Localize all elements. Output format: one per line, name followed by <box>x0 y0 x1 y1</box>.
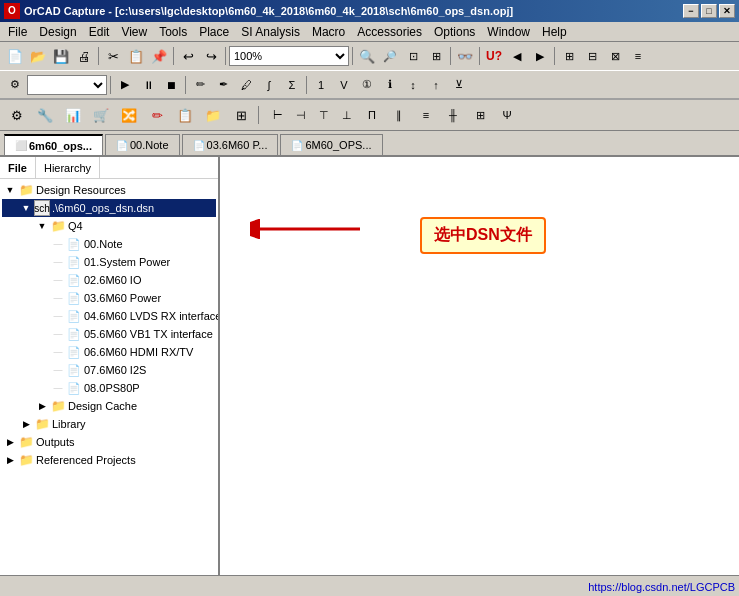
tab-power[interactable]: 📄 03.6M60 P... <box>182 134 279 155</box>
tree-q4[interactable]: ▼ 📁 Q4 <box>2 217 216 235</box>
tree-00note[interactable]: — 📄 00.Note <box>2 235 216 253</box>
expand-referenced[interactable]: ▶ <box>2 452 18 468</box>
right-btn8[interactable]: ╫ <box>440 102 466 128</box>
save-button[interactable]: 💾 <box>50 45 72 67</box>
tb2-btn4[interactable]: ⏹ <box>160 74 182 96</box>
right-btn10[interactable]: Ψ <box>494 102 520 128</box>
expand-q4[interactable]: ▼ <box>34 218 50 234</box>
right-btn9[interactable]: ⊞ <box>467 102 493 128</box>
menu-window[interactable]: Window <box>481 23 536 41</box>
pm-tab-hierarchy[interactable]: Hierarchy <box>36 157 100 178</box>
redo-button[interactable]: ↪ <box>200 45 222 67</box>
tab-note[interactable]: 📄 00.Note <box>105 134 180 155</box>
maximize-button[interactable]: □ <box>701 4 717 18</box>
paste-button[interactable]: 📌 <box>148 45 170 67</box>
tb2-btn8[interactable]: ∫ <box>258 74 280 96</box>
tab-main[interactable]: ⬜ 6m60_ops... <box>4 134 103 155</box>
grid3-button[interactable]: ≡ <box>627 45 649 67</box>
help-button[interactable]: U? <box>483 45 505 67</box>
tb2-btn13[interactable]: ℹ <box>379 74 401 96</box>
tb2-btn11[interactable]: V <box>333 74 355 96</box>
menu-design[interactable]: Design <box>33 23 82 41</box>
design-btn7[interactable]: 📋 <box>172 102 198 128</box>
tb2-btn12[interactable]: ① <box>356 74 378 96</box>
tb2-btn14[interactable]: ↕ <box>402 74 424 96</box>
menu-view[interactable]: View <box>115 23 153 41</box>
expand-cache[interactable]: ▶ <box>34 398 50 414</box>
tree-01[interactable]: — 📄 01.System Power <box>2 253 216 271</box>
menu-tools[interactable]: Tools <box>153 23 193 41</box>
expand-library[interactable]: ▶ <box>18 416 34 432</box>
tree-06[interactable]: — 📄 06.6M60 HDMI RX/TV <box>2 343 216 361</box>
zoom-fit-button[interactable]: ⊡ <box>402 45 424 67</box>
tree-outputs[interactable]: ▶ 📁 Outputs <box>2 433 216 451</box>
snap-button[interactable]: ⊟ <box>581 45 603 67</box>
tb2-combo[interactable] <box>27 75 107 95</box>
tree-02[interactable]: — 📄 02.6M60 IO <box>2 271 216 289</box>
right-btn7[interactable]: ≡ <box>413 102 439 128</box>
design-btn1[interactable]: ⚙ <box>4 102 30 128</box>
print-button[interactable]: 🖨 <box>73 45 95 67</box>
menu-help[interactable]: Help <box>536 23 573 41</box>
tree-07[interactable]: — 📄 07.6M60 I2S <box>2 361 216 379</box>
expand-design-resources[interactable]: ▼ <box>2 182 18 198</box>
menu-si-analysis[interactable]: SI Analysis <box>235 23 306 41</box>
tree-referenced-projects[interactable]: ▶ 📁 Referenced Projects <box>2 451 216 469</box>
tb2-btn16[interactable]: ⊻ <box>448 74 470 96</box>
tb2-btn15[interactable]: ↑ <box>425 74 447 96</box>
design-btn5[interactable]: 🔀 <box>116 102 142 128</box>
copy-button[interactable]: 📋 <box>125 45 147 67</box>
tb2-btn6[interactable]: ✒ <box>212 74 234 96</box>
menu-edit[interactable]: Edit <box>83 23 116 41</box>
zoom-combo[interactable]: 100% 50% 200% <box>229 46 349 66</box>
tree-library[interactable]: ▶ 📁 Library <box>2 415 216 433</box>
tb2-btn5[interactable]: ✏ <box>189 74 211 96</box>
new-button[interactable]: 📄 <box>4 45 26 67</box>
tb2-btn7[interactable]: 🖊 <box>235 74 257 96</box>
glasses-button[interactable]: 👓 <box>454 45 476 67</box>
grid2-button[interactable]: ⊠ <box>604 45 626 67</box>
pm-tab-file[interactable]: File <box>0 157 36 178</box>
tab-ops[interactable]: 📄 6M60_OPS... <box>280 134 382 155</box>
tree-08[interactable]: — 📄 08.0PS80P <box>2 379 216 397</box>
back-button[interactable]: ◀ <box>506 45 528 67</box>
right-btn2[interactable]: ⊣ <box>290 102 312 128</box>
expand-outputs[interactable]: ▶ <box>2 434 18 450</box>
tb2-btn10[interactable]: 1 <box>310 74 332 96</box>
design-btn8[interactable]: 📁 <box>200 102 226 128</box>
grid-button[interactable]: ⊞ <box>558 45 580 67</box>
tb2-btn2[interactable]: ▶ <box>114 74 136 96</box>
right-btn4[interactable]: ⊥ <box>336 102 358 128</box>
design-btn2[interactable]: 🔧 <box>32 102 58 128</box>
tree-design-cache[interactable]: ▶ 📁 Design Cache <box>2 397 216 415</box>
tree-03[interactable]: — 📄 03.6M60 Power <box>2 289 216 307</box>
right-btn3[interactable]: ⊤ <box>313 102 335 128</box>
tree-dsn-file[interactable]: ▼ sch .\6m60_ops_dsn.dsn <box>2 199 216 217</box>
zoom-in-button[interactable]: 🔍 <box>356 45 378 67</box>
design-btn3[interactable]: 📊 <box>60 102 86 128</box>
menu-file[interactable]: File <box>2 23 33 41</box>
zoom-all-button[interactable]: ⊞ <box>425 45 447 67</box>
tree-05[interactable]: — 📄 05.6M60 VB1 TX interface <box>2 325 216 343</box>
right-btn5[interactable]: Π <box>359 102 385 128</box>
open-button[interactable]: 📂 <box>27 45 49 67</box>
tb2-btn9[interactable]: Σ <box>281 74 303 96</box>
forward-button[interactable]: ▶ <box>529 45 551 67</box>
design-btn9[interactable]: ⊞ <box>228 102 254 128</box>
right-btn1[interactable]: ⊢ <box>267 102 289 128</box>
minimize-button[interactable]: − <box>683 4 699 18</box>
tb2-btn3[interactable]: ⏸ <box>137 74 159 96</box>
cut-button[interactable]: ✂ <box>102 45 124 67</box>
menu-macro[interactable]: Macro <box>306 23 351 41</box>
zoom-out-button[interactable]: 🔎 <box>379 45 401 67</box>
expand-dsn[interactable]: ▼ <box>18 200 34 216</box>
right-btn6[interactable]: ∥ <box>386 102 412 128</box>
design-btn6[interactable]: ✏ <box>144 102 170 128</box>
close-button[interactable]: ✕ <box>719 4 735 18</box>
tree-design-resources[interactable]: ▼ 📁 Design Resources <box>2 181 216 199</box>
tree-04[interactable]: — 📄 04.6M60 LVDS RX interface <box>2 307 216 325</box>
menu-accessories[interactable]: Accessories <box>351 23 428 41</box>
undo-button[interactable]: ↩ <box>177 45 199 67</box>
menu-options[interactable]: Options <box>428 23 481 41</box>
tb2-btn1[interactable]: ⚙ <box>4 74 26 96</box>
